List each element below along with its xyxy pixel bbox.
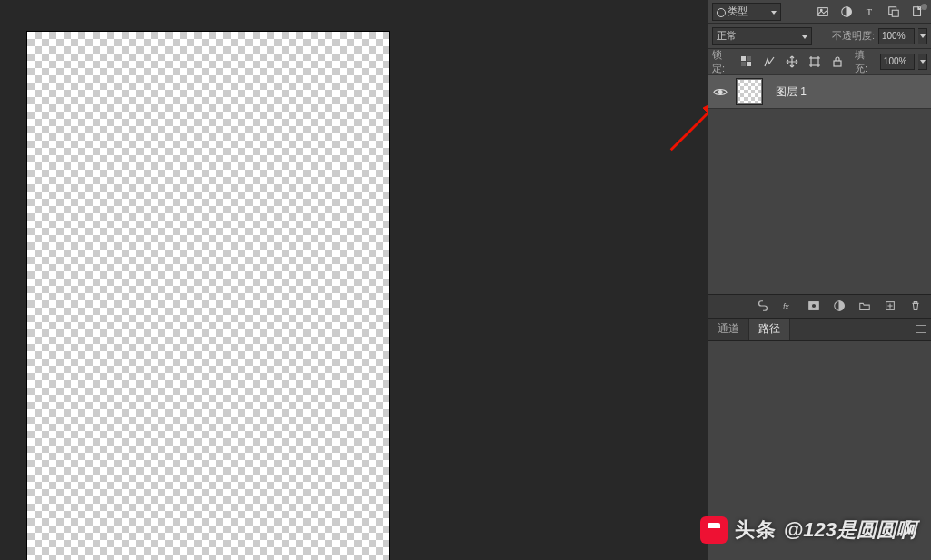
- layers-panel: 类型 T 正常 不透明度: 100% 锁定:: [708, 0, 931, 560]
- layers-list[interactable]: 图层 1: [708, 74, 931, 294]
- opacity-dropdown-caret[interactable]: [918, 28, 927, 44]
- visibility-toggle[interactable]: [708, 87, 732, 97]
- svg-rect-9: [747, 62, 751, 66]
- watermark-source: 头条: [735, 516, 777, 544]
- layer-name[interactable]: 图层 1: [767, 84, 807, 100]
- blend-mode-value: 正常: [717, 29, 737, 43]
- filter-adjustment-icon[interactable]: [837, 2, 857, 22]
- opacity-field[interactable]: 100%: [878, 28, 915, 44]
- fill-field[interactable]: 100%: [880, 54, 916, 70]
- svg-rect-11: [741, 62, 746, 66]
- tab-paths[interactable]: 路径: [749, 319, 790, 340]
- svg-point-17: [811, 303, 816, 308]
- svg-rect-12: [811, 58, 818, 65]
- svg-rect-13: [834, 61, 841, 66]
- tab-channels-label: 通道: [718, 321, 739, 337]
- tab-paths-label: 路径: [758, 321, 780, 337]
- document-workspace[interactable]: [0, 0, 708, 560]
- svg-rect-6: [892, 10, 898, 16]
- layer-fx-icon[interactable]: fx: [780, 298, 797, 314]
- fill-dropdown-caret[interactable]: [918, 54, 927, 70]
- svg-point-14: [718, 90, 722, 93]
- lock-all-icon[interactable]: [828, 52, 847, 72]
- link-layers-icon[interactable]: [755, 298, 771, 314]
- filter-type-label: 类型: [728, 5, 748, 18]
- opacity-value: 100%: [882, 31, 906, 41]
- layer-row[interactable]: 图层 1: [708, 74, 931, 109]
- group-icon[interactable]: [857, 298, 873, 314]
- delete-layer-icon[interactable]: [907, 298, 924, 314]
- svg-rect-8: [741, 56, 746, 61]
- svg-text:fx: fx: [783, 302, 789, 311]
- svg-text:T: T: [867, 6, 873, 16]
- canvas-transparent[interactable]: [27, 32, 389, 560]
- watermark-badge-icon: [700, 516, 728, 544]
- new-layer-icon[interactable]: [882, 298, 898, 314]
- lock-transparency-icon[interactable]: [738, 52, 757, 72]
- lock-label: 锁定:: [712, 48, 734, 75]
- fill-label: 填充:: [855, 48, 877, 75]
- filter-toggle-switch[interactable]: [921, 4, 927, 10]
- filter-shape-icon[interactable]: [884, 2, 904, 22]
- fill-value: 100%: [884, 56, 907, 66]
- lock-fill-row: 锁定: 填充: 100%: [708, 49, 931, 74]
- watermark-handle: @123是圆圆啊: [784, 516, 916, 544]
- layer-thumbnail[interactable]: [736, 78, 763, 105]
- lock-position-icon[interactable]: [783, 52, 802, 72]
- watermark: 头条 @123是圆圆啊: [700, 516, 916, 544]
- filter-type-text-icon[interactable]: T: [860, 2, 880, 22]
- layer-mask-icon[interactable]: [806, 298, 822, 314]
- blend-opacity-row: 正常 不透明度: 100%: [708, 24, 931, 49]
- secondary-panel-tabs: 通道 路径: [708, 318, 931, 341]
- layers-bottom-toolbar: fx: [708, 294, 931, 318]
- svg-rect-10: [747, 56, 751, 61]
- blend-mode-dropdown[interactable]: 正常: [712, 27, 812, 45]
- opacity-label: 不透明度:: [832, 29, 875, 43]
- filter-type-dropdown[interactable]: 类型: [712, 3, 781, 21]
- lock-image-icon[interactable]: [760, 52, 779, 72]
- tab-channels[interactable]: 通道: [708, 319, 749, 340]
- lock-artboard-icon[interactable]: [806, 52, 825, 72]
- adjustment-layer-icon[interactable]: [831, 298, 847, 314]
- filter-pixel-icon[interactable]: [813, 2, 833, 22]
- layer-filter-row: 类型 T: [708, 0, 931, 24]
- panel-menu-icon[interactable]: [911, 319, 931, 340]
